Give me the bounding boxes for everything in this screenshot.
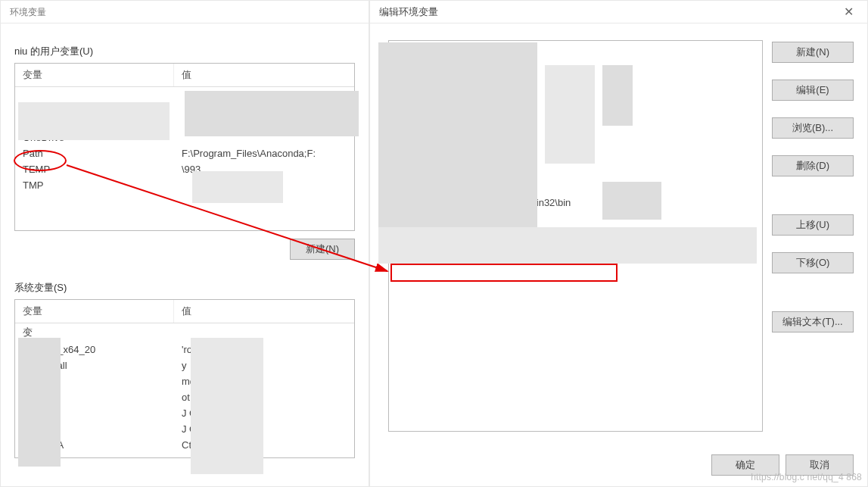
cell-name: pec [15,373,174,389]
table-row[interactable]: ascot [15,389,354,405]
cell-name: 变 [15,323,174,342]
list-item[interactable]: ond s [390,103,761,117]
browse-button[interactable]: 浏览(B)... [772,117,854,139]
table-row[interactable]: TMP [15,177,354,193]
cell-value: F:\Program_Files\Anaconda;F: [174,145,354,161]
system-vars-label: 系统变量(S) [14,281,369,295]
list-item[interactable]: C:\Use ppData\Local\C op\bin [390,149,761,164]
user-vars-list[interactable]: 变量 值 OneDrivePathF:\Program_Files\Anacon… [14,63,355,231]
cell-name: DSMAX_x64_20 [15,342,174,357]
user-new-button[interactable]: 新建(N) [290,239,355,260]
cell-value: Ctl Cl [174,437,354,453]
list-item[interactable]: Fil y\ [390,89,761,103]
table-row[interactable]: DSMAX_x64_20'roc \3ds [15,342,354,357]
col-header-name: 变量 [15,64,174,86]
col-header-value: 值 [174,64,354,86]
cell-value [174,130,354,145]
cell-value: ot [174,389,354,405]
cell-name: TMP [15,177,174,193]
cell-value [174,177,354,193]
col-header-name: 变量 [15,300,174,323]
edit-text-button[interactable]: 编辑文本(T)... [772,311,854,332]
list-item[interactable]: Data\ c /indowsApps [390,117,761,132]
new-button[interactable]: 新建(N) [772,42,854,63]
cell-value: J Co [174,421,354,437]
list-item[interactable]: /pp / /rp [390,178,761,192]
cell-value: md.ex [174,373,354,389]
col-header-value: 值 [174,300,354,323]
table-row[interactable]: PathF:\Program_Files\Anaconda;F: [15,145,354,161]
env-vars-dialog: 环境变量 niu 的用户变量(U) 变量 值 OneDrivePathF:\Pr… [0,0,369,487]
user-vars-label: niu 的用户变量(U) [14,45,369,58]
path-entries-list[interactable]: iles\A\Library\ v64\binary\Fil y\ond sDa… [388,40,763,432]
list-item[interactable]: \Library\ v64\bin [390,60,761,74]
table-row[interactable]: ateyInstally [15,357,354,373]
edit-env-var-dialog: 编辑环境变量 ✕ iles\A\Library\ v64\binary\Fil … [369,0,868,487]
edit-button[interactable]: 编辑(E) [772,80,854,101]
cell-name: DACEDA [15,437,174,453]
move-down-button[interactable]: 下移(O) [772,252,854,273]
cell-value: J Co [174,405,354,421]
cell-name: TEMP [15,161,174,177]
table-row[interactable]: OneDrive [15,130,354,145]
list-item[interactable]: Scripts [390,135,761,149]
list-item[interactable]: ary\ [390,74,761,89]
cell-value [174,323,354,342]
list-item-protoc[interactable]: F:\Program Files\protoc-3.6.1-win32\bin [390,195,761,210]
cell-name: ateyInstall [15,357,174,373]
cell-value: y [174,357,354,373]
table-row[interactable]: DACEDA Ctl Cl [15,437,354,453]
delete-button[interactable]: 删除(D) [772,155,854,176]
cell-name: OneDrive [15,130,174,145]
cell-name: asc [15,389,174,405]
table-row[interactable]: J Co [15,405,354,421]
dialog-title: 环境变量 [1,1,369,23]
system-vars-list[interactable]: 变量 值 变DSMAX_x64_20'roc \3dsateyInstallyp… [14,299,355,458]
table-row[interactable]: J Co [15,421,354,437]
table-row[interactable]: 变 [15,323,354,342]
move-up-button[interactable]: 上移(U) [772,214,854,236]
cell-value: 'roc \3ds [174,342,354,357]
cell-name [15,421,174,437]
edit-dialog-title: 编辑环境变量 [379,5,438,19]
close-icon[interactable]: ✕ [839,5,858,19]
watermark: https://blog.c net/qq_4 868 [751,472,862,482]
table-row[interactable]: TEMP\993 [15,161,354,177]
list-item[interactable]: E\D [390,164,761,178]
cell-name: Path [15,145,174,161]
list-item[interactable]: iles\A [390,45,761,60]
cell-value: \993 [174,161,354,177]
cell-name [15,405,174,421]
table-row[interactable]: pecmd.ex [15,373,354,389]
